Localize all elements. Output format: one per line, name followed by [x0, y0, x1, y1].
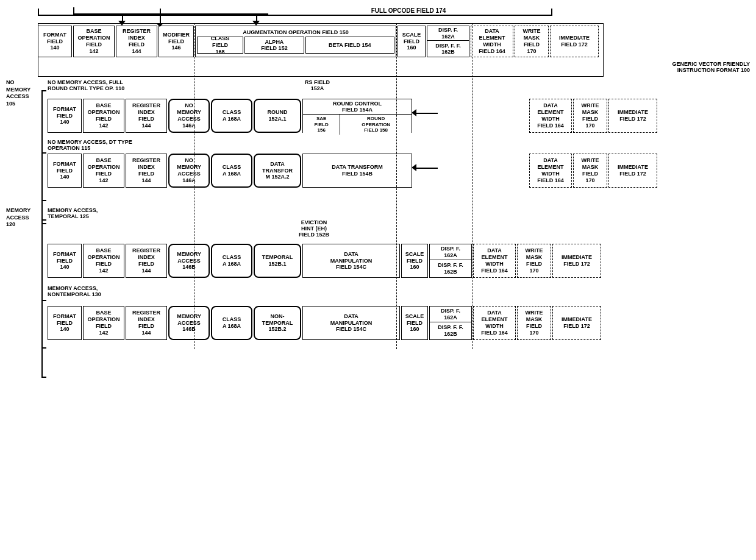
scale-field-160-top: SCALEFIELD160 — [398, 26, 426, 57]
reg-idx-row4: REGISTERINDEXFIELD144 — [126, 306, 167, 340]
scale-field-row4: SCALEFIELD160 — [401, 306, 428, 340]
arrow-head-2 — [252, 21, 260, 26]
fmt-field-row2: FORMATFIELD140 — [48, 154, 82, 188]
aug-op-field-150: AUGMENTATION OPERATION FIELD 150 CLASSFI… — [195, 26, 396, 57]
disp-ff-162b-top: DISP. F. F.162B — [427, 41, 469, 57]
generic-vector-label: GENERIC VECTOR FRIENDLYINSTRUCTION FORMA… — [573, 61, 750, 73]
write-mask-row3: WRITEMASKFIELD170 — [517, 244, 551, 278]
arrow-head-dt — [412, 164, 416, 171]
immediate-row2: IMMEDIATEFIELD 172 — [608, 154, 657, 188]
data-manip-154c-row4: DATAMANIPULATIONFIELD 154C — [302, 306, 400, 340]
no-mem-146a-row1: NOMEMORYACCESS146A — [168, 99, 210, 133]
data-manip-154c-row3: DATAMANIPULATIONFIELD 154C — [302, 244, 400, 278]
memory-access-label: MEMORYACCESS120 — [6, 207, 30, 229]
write-mask-row1: WRITEMASKFIELD170 — [573, 99, 607, 133]
base-op-row2: BASEOPERATIONFIELD142 — [83, 154, 124, 188]
register-index-field-144: REGISTERINDEXFIELD144 — [116, 26, 157, 57]
mem-access-brace — [41, 219, 46, 378]
disp-162b-row4: DISP. F. F.162B — [430, 322, 471, 339]
fmt-field-row3: FORMATFIELD140 — [48, 244, 82, 278]
round-op-158: ROUNDOPERATIONFIELD 158 — [340, 115, 412, 135]
round-152a1-row1: ROUND152A.1 — [254, 99, 301, 133]
no-mem-dt-type-label: NO MEMORY ACCESS, DT TYPEOPERATION 115 — [48, 139, 132, 151]
class-168a-row4: CLASSA 168A — [211, 306, 252, 340]
fmt-field-row1: FORMATFIELD140 — [48, 99, 82, 133]
immediate-row3: IMMEDIATEFIELD 172 — [552, 244, 601, 278]
arrow-head-1 — [118, 21, 126, 26]
disp-162b-row3: DISP. F. F.162B — [430, 260, 471, 277]
beta-field-154: BETA FIELD 154 — [305, 37, 394, 54]
dashed-sep-3 — [472, 23, 472, 349]
disp-group-row3: DISP. F.162A DISP. F. F.162B — [429, 244, 472, 278]
data-elem-row1: DATAELEMENTWIDTHFIELD 164 — [529, 99, 572, 133]
base-op-row3: BASEOPERATIONFIELD142 — [83, 244, 124, 278]
base-op-row4: BASEOPERATIONFIELD142 — [83, 306, 124, 340]
immediate-172-top: IMMEDIATEFIELD 172 — [550, 26, 599, 57]
round-ctrl-154a: ROUND CONTROLFIELD 154A SAEFIELD156 ROUN… — [302, 99, 412, 133]
no-mem-146a-row2: NOMEMORYACCESS146A — [168, 154, 210, 188]
nontemporal-row4: NON-TEMPORAL152B.2 — [254, 306, 301, 340]
no-mem-full-round-label: NO MEMORY ACCESS, FULLROUND CNTRL TYPE O… — [48, 79, 124, 91]
fmt-field-row4: FORMATFIELD140 — [48, 306, 82, 340]
nontemporal-brace — [41, 300, 46, 349]
round-ctrl-sub: SAEFIELD156 ROUNDOPERATIONFIELD 158 — [303, 115, 412, 135]
reg-idx-row3: REGISTERINDEXFIELD144 — [126, 244, 167, 278]
down-arrow-head-aug — [156, 23, 163, 27]
modifier-field-146: MODIFIERFIELD146 — [159, 26, 194, 57]
data-elem-row2: DATAELEMENTWIDTHFIELD 164 — [529, 154, 572, 188]
write-mask-row4: WRITEMASKFIELD170 — [517, 306, 551, 340]
disp-162a-row3: DISP. F.162A — [430, 244, 471, 260]
immediate-row1: IMMEDIATEFIELD 172 — [608, 99, 657, 133]
dashed-sep-2 — [396, 23, 397, 349]
disp-f-162a-top: DISP. F.162A — [427, 26, 469, 41]
sae-field-156: SAEFIELD156 — [303, 115, 340, 135]
base-op-row1: BASEOPERATIONFIELD142 — [83, 99, 124, 133]
arrow-to-dt — [413, 168, 438, 169]
immediate-row4: IMMEDIATEFIELD 172 — [552, 306, 601, 340]
base-op-field-142: BASEOPERATIONFIELD142 — [73, 26, 115, 57]
full-opcode-right-edge — [551, 9, 552, 16]
data-elem-row4: DATAELEMENTWIDTHFIELD 164 — [473, 306, 516, 340]
mem-access-146b-row3: MEMORYACCESS146B — [168, 244, 210, 278]
alpha-field-152: ALPHAFIELD 152 — [244, 37, 304, 54]
full-opcode-bracket-line — [38, 15, 552, 16]
class-a-168a-row1: CLASSA 168A — [211, 99, 252, 133]
eviction-hint-label: EVICTIONHINT (EH)FIELD 152B — [299, 219, 329, 238]
format-field-140: FORMATFIELD140 — [38, 26, 72, 57]
disp-162a-row4: DISP. F.162A — [430, 307, 471, 322]
write-mask-170-top: WRITEMASKFIELD170 — [515, 26, 549, 57]
reg-idx-row1: REGISTERINDEXFIELD144 — [126, 99, 167, 133]
disp-group-top: DISP. F.162A DISP. F. F.162B — [427, 26, 469, 57]
arrow-head-round — [412, 109, 416, 116]
data-elem-width-164-top: DATAELEMENTWIDTHFIELD 164 — [471, 26, 513, 57]
data-transform-154b: DATA TRANSFORMFIELD 154B — [302, 154, 412, 188]
class-a-168a-row2: CLASSA 168A — [211, 154, 252, 188]
disp-group-row4: DISP. F.162A DISP. F. F.162B — [429, 306, 472, 340]
class-field-168: CLASSFIELD168 — [197, 37, 243, 54]
dashed-sep-1 — [194, 23, 194, 349]
reg-idx-row2: REGISTERINDEXFIELD144 — [126, 154, 167, 188]
diagram: FULL OPCODE FIELD 174 FORMATFIELD140 BAS… — [0, 0, 756, 560]
data-trans-row2: DATATRANSFORM 152A.2 — [254, 154, 301, 188]
no-memory-access-label: NOMEMORYACCESS105 — [6, 79, 41, 108]
dt-type-brace — [41, 152, 46, 201]
mem-temporal-label: MEMORY ACCESS,TEMPORAL 125 — [48, 207, 98, 219]
mem-access-146b-row4: MEMORYACCESS146B — [168, 306, 210, 340]
arrow-to-round — [413, 113, 438, 114]
class-168a-row3: CLASSA 168A — [211, 244, 252, 278]
mem-nontemporal-label: MEMORY ACCESS,NONTEMPORAL 130 — [48, 285, 101, 297]
temporal-row3: TEMPORAL152B.1 — [254, 244, 301, 278]
data-elem-row3: DATAELEMENTWIDTHFIELD 164 — [473, 244, 516, 278]
write-mask-row2: WRITEMASKFIELD170 — [573, 154, 607, 188]
aug-op-subfields: CLASSFIELD168 ALPHAFIELD 152 BETA FIELD … — [197, 37, 394, 54]
full-opcode-left-edge — [38, 9, 39, 16]
opcode-bracket-left — [73, 7, 74, 15]
rs-field-label: RS FIELD152A — [305, 79, 330, 91]
down-arrow-line-aug — [160, 9, 161, 24]
scale-field-row3: SCALEFIELD160 — [401, 244, 428, 278]
